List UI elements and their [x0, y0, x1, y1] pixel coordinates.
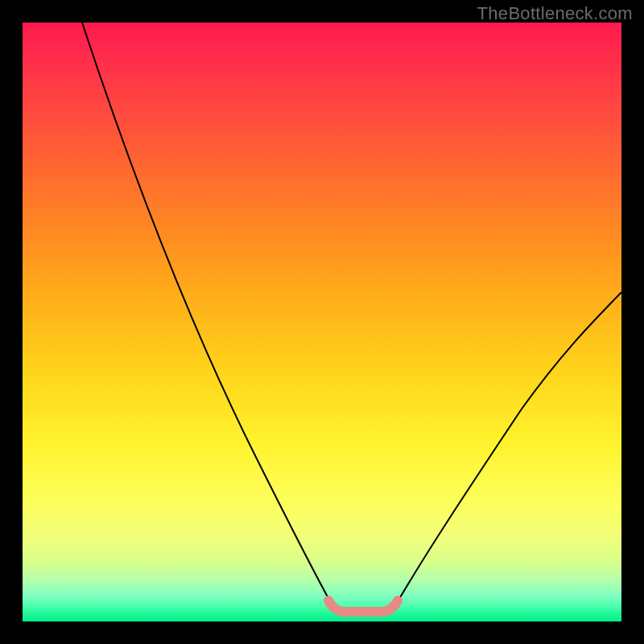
- chart-svg: [23, 23, 621, 621]
- curve-right: [394, 292, 621, 609]
- bottom-bump: [328, 601, 398, 612]
- plot-area: [23, 23, 621, 621]
- chart-frame: TheBottleneck.com: [0, 0, 644, 644]
- curve-left: [82, 23, 334, 609]
- watermark-text: TheBottleneck.com: [477, 3, 633, 24]
